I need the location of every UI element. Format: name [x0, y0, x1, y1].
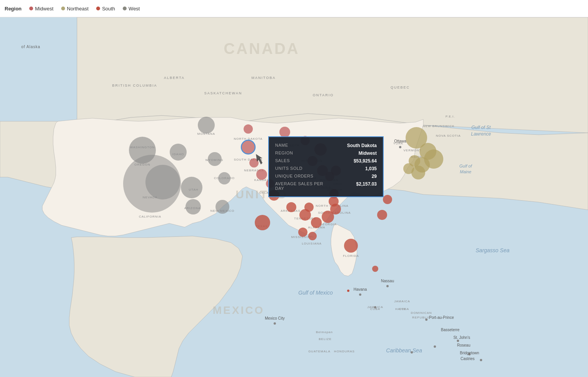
bubble-florida[interactable] [344, 239, 358, 253]
svg-text:GEORGIA: GEORGIA [320, 223, 337, 226]
tooltip-sales-val: $53,925.64 [326, 158, 377, 164]
tooltip-name-key: NAME [275, 143, 326, 148]
bubble-idaho[interactable] [170, 144, 187, 161]
legend-south[interactable]: South [96, 6, 115, 12]
bubble-maryland[interactable] [383, 195, 392, 204]
tooltip-units-val: 1,035 [326, 166, 377, 171]
legend-west[interactable]: West [123, 6, 140, 12]
svg-text:CUBA: CUBA [399, 307, 409, 311]
svg-text:Lawrence: Lawrence [471, 131, 491, 137]
bubble-floridacoast[interactable] [372, 266, 378, 272]
northeast-dot [61, 7, 65, 10]
west-label: West [129, 6, 140, 12]
svg-text:LOUISIANA: LOUISIANA [302, 242, 322, 245]
svg-text:CALIFORNIA: CALIFORNIA [139, 215, 161, 218]
bubble-arkansas[interactable] [286, 202, 296, 212]
midwest-label: Midwest [35, 6, 53, 12]
bubble-northdakota[interactable] [244, 124, 253, 134]
svg-point-61 [274, 322, 276, 325]
tooltip-name-val: South Dakota [326, 143, 377, 148]
tooltip-orders-key: UNIQUE ORDERS [275, 174, 326, 179]
canada-label: CANADA [224, 40, 299, 57]
svg-point-59 [359, 293, 361, 296]
tooltip-sales-key: SALES [275, 158, 326, 164]
legend-northeast[interactable]: Northeast [61, 6, 89, 12]
bubble-louisiana[interactable] [308, 232, 317, 240]
tooltip-name-row: NAME South Dakota [275, 142, 377, 149]
svg-point-65 [347, 290, 349, 292]
northeast-label: Northeast [67, 6, 89, 12]
svg-text:QUEBEC: QUEBEC [391, 85, 410, 89]
svg-text:Caribbean Sea: Caribbean Sea [386, 347, 422, 354]
west-dot [123, 7, 127, 10]
svg-text:ONTARIO: ONTARIO [313, 93, 334, 97]
svg-text:HONDURAS: HONDURAS [334, 350, 355, 353]
tooltip-units-key: UNITS SOLD [275, 166, 326, 171]
svg-text:Mexico City: Mexico City [265, 316, 285, 320]
bubble-alabama[interactable] [311, 217, 322, 228]
bubble-montana[interactable] [198, 117, 215, 134]
bubble-mississippi[interactable] [298, 228, 307, 237]
svg-point-68 [457, 340, 459, 342]
tooltip-orders-val: 29 [326, 174, 377, 179]
svg-text:Gulf of St: Gulf of St [471, 125, 491, 130]
svg-point-55 [399, 146, 401, 148]
svg-point-70 [480, 359, 482, 361]
tooltip-avg-row: AVERAGE SALES PER DAY $2,157.03 [275, 180, 377, 192]
bubble-kansas[interactable] [256, 169, 267, 180]
alaska-label: of Alaska [21, 45, 40, 49]
bubble-westvirginia[interactable] [377, 210, 387, 220]
tooltip-region-val: Midwest [326, 151, 377, 156]
svg-text:Gulf of Mexico: Gulf of Mexico [298, 290, 333, 296]
bubble-wyoming[interactable] [208, 152, 222, 166]
south-label: South [102, 6, 115, 12]
svg-text:St. John's: St. John's [453, 335, 470, 340]
tooltip-region-key: REGION [275, 151, 326, 156]
bubble-newmexico[interactable] [215, 200, 229, 214]
svg-text:Belmopan: Belmopan [316, 330, 333, 334]
tooltip: NAME South Dakota REGION Midwest SALES $… [268, 136, 384, 197]
tooltip-avg-key: AVERAGE SALES PER DAY [275, 181, 326, 191]
svg-text:SASKATCHEWAN: SASKATCHEWAN [204, 91, 242, 95]
svg-text:Port-au-Prince: Port-au-Prince [429, 315, 454, 320]
svg-text:GUATEMALA: GUATEMALA [308, 350, 331, 353]
tooltip-sales-row: SALES $53,925.64 [275, 157, 377, 165]
svg-text:Basseterre: Basseterre [441, 328, 460, 332]
svg-text:MANITOBA: MANITOBA [252, 76, 276, 80]
svg-text:Bridgetown: Bridgetown [460, 351, 479, 355]
svg-text:NOVA SCOTIA: NOVA SCOTIA [436, 134, 461, 137]
svg-text:Castries: Castries [461, 357, 475, 361]
svg-text:Maine: Maine [460, 169, 471, 174]
bubble-kentucky[interactable] [304, 203, 314, 212]
tooltip-units-row: UNITS SOLD 1,035 [275, 165, 377, 173]
legend-midwest[interactable]: Midwest [29, 6, 53, 12]
bubble-colorado[interactable] [218, 172, 231, 184]
svg-text:JAMAICA: JAMAICA [394, 300, 410, 303]
svg-text:Gulf of: Gulf of [459, 164, 472, 168]
svg-text:DOMINICAN: DOMINICAN [411, 311, 432, 315]
bubble-texas[interactable] [255, 215, 270, 230]
tooltip-orders-row: UNIQUE ORDERS 29 [275, 173, 377, 180]
svg-text:BRITISH COLUMBIA: BRITISH COLUMBIA [112, 84, 157, 87]
svg-text:P.E.I.: P.E.I. [446, 115, 455, 118]
bubble-minnesota[interactable] [279, 127, 290, 137]
svg-text:Nassau: Nassau [381, 279, 394, 283]
svg-text:Roseau: Roseau [457, 343, 470, 347]
svg-text:ALBERTA: ALBERTA [164, 76, 185, 80]
svg-point-57 [386, 285, 389, 287]
svg-text:NEW BRUNSWICK: NEW BRUNSWICK [423, 124, 455, 128]
svg-text:Ottawa: Ottawa [394, 139, 406, 143]
svg-text:Sargasso Sea: Sargasso Sea [476, 247, 509, 253]
bubble-utah[interactable] [181, 177, 202, 198]
svg-point-67 [434, 345, 436, 348]
svg-text:Havana: Havana [354, 287, 367, 292]
tooltip-avg-val: $2,157.03 [326, 181, 377, 191]
bubble-arizona[interactable] [185, 199, 201, 214]
svg-text:FLORIDA: FLORIDA [343, 254, 359, 258]
bubble-nevada[interactable] [145, 165, 180, 199]
bubble-newjersey[interactable] [403, 163, 414, 174]
midwest-dot [29, 7, 33, 10]
legend-bar: Region Midwest Northeast South West [0, 0, 588, 17]
svg-text:REPUBLIC: REPUBLIC [412, 316, 431, 319]
south-dot [96, 7, 100, 10]
